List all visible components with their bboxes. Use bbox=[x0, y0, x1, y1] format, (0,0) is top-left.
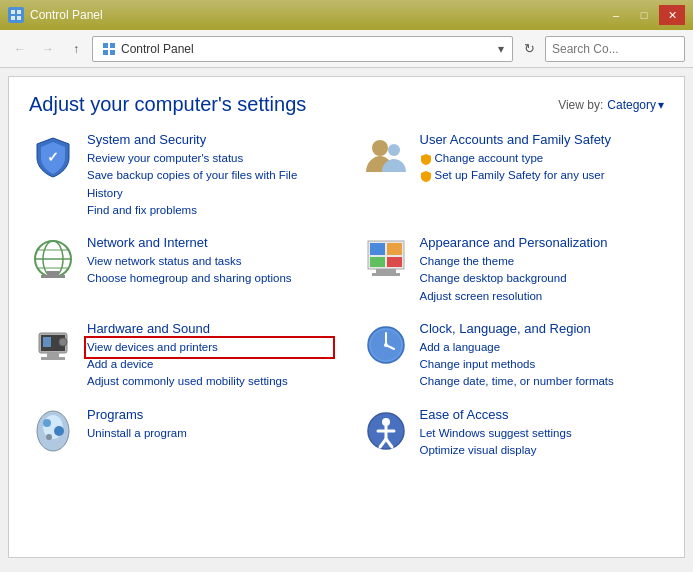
system-security-link-2[interactable]: Find and fix problems bbox=[87, 202, 332, 219]
category-ease-of-access: Ease of Access Let Windows suggest setti… bbox=[362, 407, 665, 460]
hardware-link-2[interactable]: Adjust commonly used mobility settings bbox=[87, 373, 332, 390]
category-clock: Clock, Language, and Region Add a langua… bbox=[362, 321, 665, 391]
programs-title[interactable]: Programs bbox=[87, 407, 332, 422]
system-security-icon: ✓ bbox=[29, 132, 77, 180]
svg-point-28 bbox=[59, 338, 67, 346]
appearance-content: Appearance and Personalization Change th… bbox=[420, 235, 665, 305]
user-accounts-link-1[interactable]: Set up Family Safety for any user bbox=[435, 167, 605, 184]
svg-rect-0 bbox=[11, 10, 15, 14]
appearance-link-0[interactable]: Change the theme bbox=[420, 253, 665, 270]
programs-icon bbox=[29, 407, 77, 455]
category-programs: Programs Uninstall a program bbox=[29, 407, 332, 460]
svg-rect-20 bbox=[387, 243, 402, 255]
clock-icon bbox=[362, 321, 410, 369]
svg-rect-6 bbox=[103, 50, 108, 55]
appearance-link-2[interactable]: Adjust screen resolution bbox=[420, 288, 665, 305]
svg-text:✓: ✓ bbox=[47, 149, 59, 165]
programs-link-0[interactable]: Uninstall a program bbox=[87, 425, 332, 442]
user-accounts-icon bbox=[362, 132, 410, 180]
svg-rect-19 bbox=[370, 243, 385, 255]
programs-content: Programs Uninstall a program bbox=[87, 407, 332, 442]
refresh-button[interactable]: ↻ bbox=[517, 37, 541, 61]
categories-grid: ✓ System and Security Review your comput… bbox=[29, 132, 664, 459]
category-user-accounts: User Accounts and Family Safety Change a… bbox=[362, 132, 665, 219]
hardware-icon bbox=[29, 321, 77, 369]
page-title: Adjust your computer's settings bbox=[29, 93, 306, 116]
svg-rect-22 bbox=[387, 257, 402, 267]
view-by-dropdown[interactable]: Category ▾ bbox=[607, 98, 664, 112]
network-title[interactable]: Network and Internet bbox=[87, 235, 332, 250]
svg-point-39 bbox=[54, 426, 64, 436]
system-security-title[interactable]: System and Security bbox=[87, 132, 332, 147]
svg-rect-3 bbox=[17, 16, 21, 20]
clock-link-1[interactable]: Change input methods bbox=[420, 356, 665, 373]
address-text: Control Panel bbox=[121, 42, 498, 56]
svg-rect-4 bbox=[103, 43, 108, 48]
network-icon bbox=[29, 235, 77, 283]
ease-of-access-content: Ease of Access Let Windows suggest setti… bbox=[420, 407, 665, 460]
category-hardware: Hardware and Sound View devices and prin… bbox=[29, 321, 332, 391]
back-button[interactable]: ← bbox=[8, 37, 32, 61]
search-input[interactable] bbox=[552, 42, 693, 56]
address-bar: ← → ↑ Control Panel ▾ ↻ 🔍 bbox=[0, 30, 693, 68]
svg-rect-21 bbox=[370, 257, 385, 267]
app-icon bbox=[8, 7, 24, 23]
window-title: Control Panel bbox=[30, 8, 103, 22]
svg-rect-17 bbox=[41, 275, 65, 278]
category-appearance: Appearance and Personalization Change th… bbox=[362, 235, 665, 305]
ease-of-access-link-1[interactable]: Optimize visual display bbox=[420, 442, 665, 459]
user-accounts-content: User Accounts and Family Safety Change a… bbox=[420, 132, 665, 185]
clock-title[interactable]: Clock, Language, and Region bbox=[420, 321, 665, 336]
up-button[interactable]: ↑ bbox=[64, 37, 88, 61]
title-bar-left: Control Panel bbox=[8, 7, 103, 23]
clock-content: Clock, Language, and Region Add a langua… bbox=[420, 321, 665, 391]
svg-rect-2 bbox=[11, 16, 15, 20]
appearance-link-1[interactable]: Change desktop background bbox=[420, 270, 665, 287]
network-link-1[interactable]: Choose homegroup and sharing options bbox=[87, 270, 332, 287]
svg-rect-7 bbox=[110, 50, 115, 55]
user-accounts-title[interactable]: User Accounts and Family Safety bbox=[420, 132, 665, 147]
hardware-content: Hardware and Sound View devices and prin… bbox=[87, 321, 332, 391]
network-link-0[interactable]: View network status and tasks bbox=[87, 253, 332, 270]
shield-small-icon bbox=[420, 153, 432, 165]
user-accounts-link-0[interactable]: Change account type bbox=[435, 150, 544, 167]
ease-of-access-title[interactable]: Ease of Access bbox=[420, 407, 665, 422]
svg-rect-23 bbox=[376, 269, 396, 273]
system-security-link-1[interactable]: Save backup copies of your files with Fi… bbox=[87, 167, 332, 202]
svg-rect-1 bbox=[17, 10, 21, 14]
system-security-content: System and Security Review your computer… bbox=[87, 132, 332, 219]
appearance-title[interactable]: Appearance and Personalization bbox=[420, 235, 665, 250]
svg-point-10 bbox=[388, 144, 400, 156]
minimize-button[interactable]: – bbox=[603, 5, 629, 25]
shield-small-icon-2 bbox=[420, 170, 432, 182]
address-dropdown-arrow[interactable]: ▾ bbox=[498, 42, 504, 56]
appearance-icon bbox=[362, 235, 410, 283]
page-header: Adjust your computer's settings View by:… bbox=[29, 93, 664, 116]
clock-link-0[interactable]: Add a language bbox=[420, 339, 665, 356]
maximize-button[interactable]: □ bbox=[631, 5, 657, 25]
forward-button[interactable]: → bbox=[36, 37, 60, 61]
svg-rect-30 bbox=[41, 357, 65, 360]
svg-rect-29 bbox=[47, 353, 59, 357]
clock-link-2[interactable]: Change date, time, or number formats bbox=[420, 373, 665, 390]
hardware-link-0[interactable]: View devices and printers bbox=[87, 339, 332, 356]
svg-point-38 bbox=[43, 419, 51, 427]
svg-point-9 bbox=[372, 140, 388, 156]
ease-of-access-icon bbox=[362, 407, 410, 455]
search-box[interactable]: 🔍 bbox=[545, 36, 685, 62]
ease-of-access-link-0[interactable]: Let Windows suggest settings bbox=[420, 425, 665, 442]
address-field[interactable]: Control Panel ▾ bbox=[92, 36, 513, 62]
close-button[interactable]: ✕ bbox=[659, 5, 685, 25]
category-system-security: ✓ System and Security Review your comput… bbox=[29, 132, 332, 219]
main-content: Adjust your computer's settings View by:… bbox=[8, 76, 685, 558]
svg-rect-27 bbox=[43, 337, 51, 347]
category-network: Network and Internet View network status… bbox=[29, 235, 332, 305]
system-security-link-0[interactable]: Review your computer's status bbox=[87, 150, 332, 167]
svg-rect-5 bbox=[110, 43, 115, 48]
hardware-title[interactable]: Hardware and Sound bbox=[87, 321, 332, 336]
title-bar: Control Panel – □ ✕ bbox=[0, 0, 693, 30]
hardware-link-1[interactable]: Add a device bbox=[87, 356, 332, 373]
address-icon bbox=[101, 41, 117, 57]
svg-point-40 bbox=[46, 434, 52, 440]
svg-point-35 bbox=[384, 343, 388, 347]
